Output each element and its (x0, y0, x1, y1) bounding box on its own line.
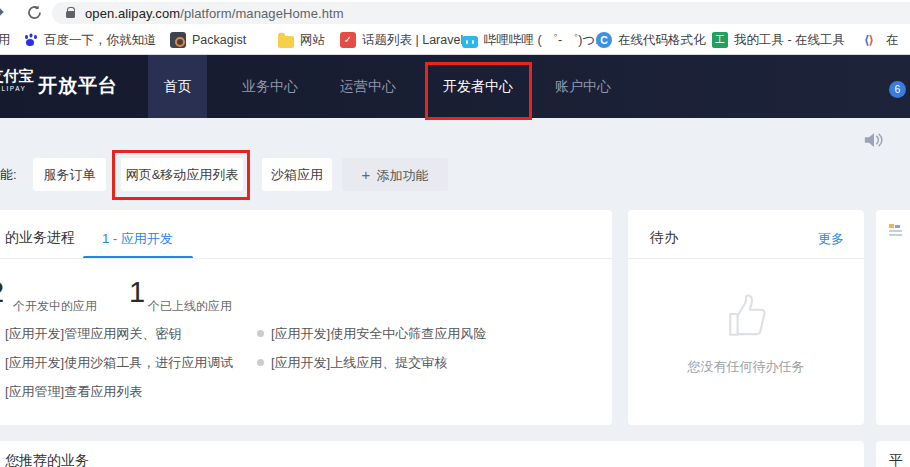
bookmark-label: 在线代码格式化 (618, 32, 706, 49)
address-bar[interactable]: open.alipay.com/platform/manageHome.htm (52, 2, 910, 24)
plus-icon (362, 168, 377, 183)
reload-icon[interactable] (26, 4, 43, 25)
task-item[interactable]: [应用开发]使用安全中心筛查应用风险 (271, 325, 486, 343)
lock-icon (66, 11, 75, 18)
laravel-forum-icon: ✓ (340, 32, 356, 48)
stat-developing-count: 2 (0, 276, 4, 309)
bookmark-label: 话题列表 | Laravel... (362, 32, 474, 49)
todo-card-title: 待办 (650, 229, 678, 247)
code-brackets-icon: ⟨⟩ (864, 32, 880, 48)
bookmark-item[interactable]: 工 我的工具 - 在线工具 (712, 30, 845, 50)
recommend-card-title: 您推荐的业务 (5, 452, 89, 467)
divider (628, 258, 864, 259)
bookmark-item[interactable]: 哔哩哔哩 ( ゜- ゜)つ... (462, 30, 606, 50)
add-function-button[interactable]: 添加功能 (342, 158, 448, 191)
forward-icon[interactable]: ➔ (0, 2, 4, 21)
quickbar-label: 能: (0, 166, 17, 184)
site-title: 开放平台 (38, 55, 118, 118)
annotation-box-web-mobile-app-list (112, 150, 250, 200)
thumbs-up-icon (723, 290, 773, 346)
partial-right-bottom-card: 平 (876, 441, 910, 467)
partial-card-title: 平 (889, 452, 903, 467)
bookmarks-bar: 用 百度一下，你就知道 Packagist 网站 ✓ 话题列表 | Larave… (0, 26, 910, 55)
bookmark-label: Packagist (192, 33, 246, 47)
sandbox-app-button[interactable]: 沙箱应用 (262, 158, 332, 191)
tab-app-development[interactable]: 1 - 应用开发 (102, 230, 173, 248)
task-item[interactable]: [应用管理]查看应用列表 (5, 383, 142, 401)
bookmark-item[interactable]: 用 (0, 30, 11, 50)
bookmark-label: 网站 (300, 32, 325, 49)
service-orders-button[interactable]: 服务订单 (33, 158, 106, 191)
bookmark-item[interactable]: ✓ 话题列表 | Laravel... (340, 30, 474, 50)
todo-card: 待办 更多 您没有任何待办任务 (628, 210, 864, 425)
stat-online-label: 个已上线的应用 (148, 298, 232, 315)
annotation-box-developer-center (425, 62, 532, 120)
partial-widget-icon (889, 224, 903, 237)
nav-item-business-center[interactable]: 业务中心 (228, 55, 312, 118)
bookmark-label: 百度一下，你就知道 (44, 32, 157, 49)
packagist-icon (170, 32, 186, 48)
bullet-dot (257, 330, 264, 337)
todo-empty-text: 您没有任何待办任务 (628, 358, 864, 376)
bookmark-item[interactable]: C 在线代码格式化 (596, 30, 706, 50)
announcement-speaker-icon[interactable] (863, 130, 885, 154)
todo-more-link[interactable]: 更多 (818, 230, 844, 248)
bookmark-item[interactable]: 百度一下，你就知道 (22, 30, 157, 50)
partial-right-card (876, 210, 910, 425)
task-item[interactable]: [应用开发]上线应用、提交审核 (271, 354, 447, 372)
recommend-card: 您推荐的业务 (0, 441, 864, 467)
nav-item-home[interactable]: 首页 (148, 55, 207, 118)
stat-developing-label: 个开发中的应用 (13, 298, 97, 315)
folder-icon (278, 36, 294, 48)
bookmark-label: 哔哩哔哩 ( ゜- ゜)つ... (484, 32, 606, 49)
bookmark-label: 用 (0, 32, 11, 49)
notification-badge[interactable]: 6 (889, 81, 906, 98)
bookmark-item[interactable]: 网站 (278, 30, 325, 50)
url-domain: open.alipay.com (85, 6, 180, 21)
code-format-icon: C (596, 32, 612, 48)
tools-icon: 工 (712, 32, 728, 48)
progress-card-title: 的业务进程 (5, 229, 75, 247)
divider (0, 258, 612, 259)
task-item[interactable]: [应用开发]使用沙箱工具，进行应用调试 (5, 354, 233, 372)
nav-item-operation-center[interactable]: 运营中心 (326, 55, 410, 118)
bookmark-item[interactable]: Packagist (170, 30, 246, 50)
alipay-logo-en: ALIPAY (0, 85, 36, 92)
bookmark-label: 我的工具 - 在线工具 (734, 32, 845, 49)
nav-item-account-center[interactable]: 账户中心 (541, 55, 625, 118)
task-item[interactable]: [应用开发]管理应用网关、密钥 (5, 325, 181, 343)
browser-toolbar: ➔ open.alipay.com/platform/manageHome.ht… (0, 0, 910, 26)
bookmark-item[interactable]: ⟨⟩ 在 (864, 30, 899, 50)
alipay-logo: 支付宝 (0, 68, 36, 84)
bilibili-icon (462, 36, 478, 48)
url-path: /platform/manageHome.htm (180, 6, 344, 21)
bookmark-label: 在 (886, 32, 899, 49)
business-progress-card: 的业务进程 1 - 应用开发 2 个开发中的应用 1 个已上线的应用 [应用开发… (0, 210, 612, 425)
bullet-dot (257, 359, 264, 366)
stat-online-count: 1 (129, 276, 145, 309)
baidu-icon (22, 32, 38, 48)
